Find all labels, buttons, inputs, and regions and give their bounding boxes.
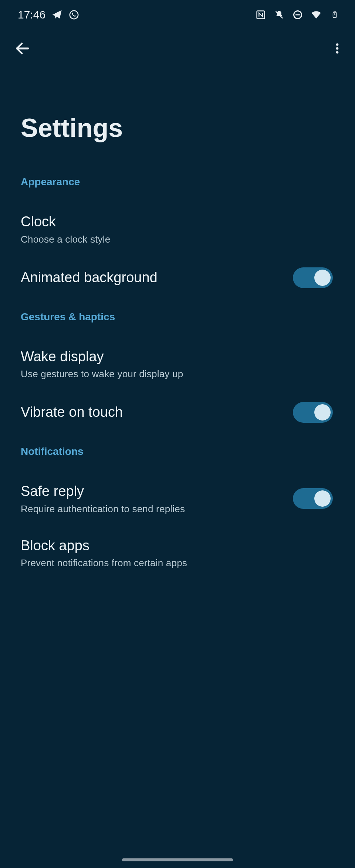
status-bar: 17:46: [0, 0, 355, 30]
svg-point-0: [70, 11, 78, 19]
status-right: [255, 9, 340, 20]
setting-block-apps-sub: Prevent notifications from certain apps: [21, 557, 334, 569]
section-header-notifications: Notifications: [21, 446, 334, 457]
toggle-animated-background[interactable]: [293, 267, 333, 288]
section-header-appearance: Appearance: [21, 176, 334, 188]
battery-charging-icon: [329, 9, 340, 20]
page-title: Settings: [0, 69, 355, 143]
overflow-menu-button[interactable]: [331, 42, 344, 57]
setting-clock-sub: Choose a clock style: [21, 234, 334, 245]
status-time: 17:46: [18, 9, 45, 21]
setting-vibrate-title: Vibrate on touch: [21, 403, 293, 421]
setting-safe-reply[interactable]: Safe reply Require authentication to sen…: [21, 473, 334, 524]
do-not-disturb-icon: [292, 9, 303, 20]
wifi-icon: [311, 9, 322, 20]
app-bar: [0, 30, 355, 69]
setting-wake-title: Wake display: [21, 348, 334, 366]
toggle-vibrate-on-touch[interactable]: [293, 402, 333, 423]
svg-rect-5: [334, 12, 336, 13]
setting-animated-bg-title: Animated background: [21, 269, 293, 287]
setting-safe-reply-sub: Require authentication to send replies: [21, 503, 293, 515]
toggle-safe-reply[interactable]: [293, 488, 333, 509]
svg-point-7: [336, 43, 339, 46]
setting-wake-sub: Use gestures to wake your display up: [21, 368, 334, 380]
back-button[interactable]: [14, 40, 31, 58]
settings-content: Appearance Clock Choose a clock style An…: [0, 143, 355, 578]
section-header-gestures: Gestures & haptics: [21, 311, 334, 323]
nfc-icon: [255, 9, 266, 20]
setting-block-apps[interactable]: Block apps Prevent notifications from ce…: [21, 527, 334, 579]
home-indicator[interactable]: [122, 858, 233, 861]
setting-clock-title: Clock: [21, 213, 334, 231]
setting-wake-display[interactable]: Wake display Use gestures to wake your d…: [21, 338, 334, 390]
telegram-icon: [51, 9, 62, 20]
whatsapp-icon: [68, 9, 80, 20]
svg-point-9: [336, 51, 339, 54]
mute-notifications-icon: [274, 9, 285, 20]
setting-vibrate-on-touch[interactable]: Vibrate on touch: [21, 392, 334, 432]
setting-clock[interactable]: Clock Choose a clock style: [21, 203, 334, 255]
svg-point-8: [336, 47, 339, 50]
setting-animated-background[interactable]: Animated background: [21, 258, 334, 298]
status-left: 17:46: [18, 9, 80, 21]
setting-safe-reply-title: Safe reply: [21, 483, 293, 500]
setting-block-apps-title: Block apps: [21, 537, 334, 555]
